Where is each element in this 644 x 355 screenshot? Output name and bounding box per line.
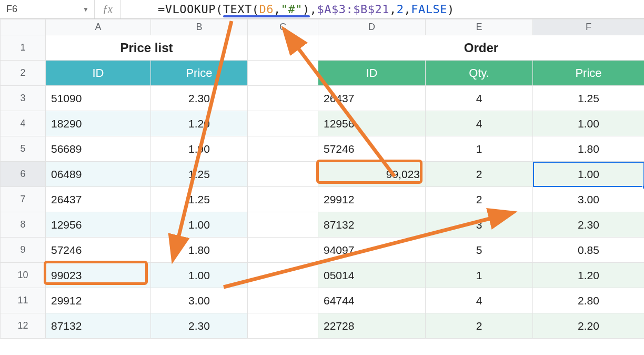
row-header-10[interactable]: 10 (1, 263, 46, 288)
row-header-9[interactable]: 9 (1, 238, 46, 263)
cell-C9[interactable] (248, 238, 318, 263)
cell-D6[interactable]: 99,023 (318, 162, 426, 187)
spreadsheet-grid[interactable]: A B C D E F 1 Price list Order 2 ID Pric… (0, 19, 644, 339)
cell-A9[interactable]: 57246 (46, 238, 151, 263)
cell-C11[interactable] (248, 288, 318, 313)
cell-B4[interactable]: 1.20 (151, 111, 248, 136)
col-header-B[interactable]: B (151, 19, 248, 35)
cell-E3[interactable]: 4 (426, 86, 533, 111)
cell-C6[interactable] (248, 162, 318, 187)
cell-E10[interactable]: 1 (426, 263, 533, 288)
cell-C10[interactable] (248, 263, 318, 288)
table-row: 2 ID Price ID Qty. Price (1, 61, 645, 86)
cell-A6[interactable]: 06489 (46, 162, 151, 187)
table-row: 10990231.000501411.20 (1, 263, 645, 288)
row-header-1[interactable]: 1 (1, 35, 46, 61)
cell-A12[interactable]: 87132 (46, 313, 151, 339)
cell-A7[interactable]: 26437 (46, 187, 151, 212)
col-header-F[interactable]: F (533, 19, 645, 35)
chevron-down-icon[interactable]: ▼ (83, 6, 89, 13)
col-header-A[interactable]: A (46, 19, 151, 35)
formula-input[interactable]: =VLOOKUP(TEXT(D6,"#"),$A$3:$B$21,2,FALSE… (121, 0, 644, 18)
cell-B3[interactable]: 2.30 (151, 86, 248, 111)
cell-A3[interactable]: 51090 (46, 86, 151, 111)
cell-E8[interactable]: 3 (426, 212, 533, 238)
cell-E9[interactable]: 5 (426, 238, 533, 263)
row-header-3[interactable]: 3 (1, 86, 46, 111)
cell-B11[interactable]: 3.00 (151, 288, 248, 313)
cell-F6[interactable]: 1.00 (533, 162, 645, 187)
cell-F9[interactable]: 0.85 (533, 238, 645, 263)
formula-bar: F6 ▼ ƒx =VLOOKUP(TEXT(D6,"#"),$A$3:$B$21… (0, 0, 644, 19)
cell-B7[interactable]: 1.25 (151, 187, 248, 212)
cell-D5[interactable]: 57246 (318, 136, 426, 162)
cell-F10[interactable]: 1.20 (533, 263, 645, 288)
cell-C5[interactable] (248, 136, 318, 162)
cell-D11[interactable]: 64744 (318, 288, 426, 313)
cell-D12[interactable]: 22728 (318, 313, 426, 339)
hdr-id-left[interactable]: ID (46, 61, 151, 86)
cell-A8[interactable]: 12956 (46, 212, 151, 238)
cell-B9[interactable]: 1.80 (151, 238, 248, 263)
hdr-qty[interactable]: Qty. (426, 61, 533, 86)
cell-E5[interactable]: 1 (426, 136, 533, 162)
table-row: 7264371.252991223.00 (1, 187, 645, 212)
cell-E12[interactable]: 2 (426, 313, 533, 339)
cell-C7[interactable] (248, 187, 318, 212)
cell-C12[interactable] (248, 313, 318, 339)
fx-icon[interactable]: ƒx (95, 0, 121, 18)
hdr-price-left[interactable]: Price (151, 61, 248, 86)
cell-E4[interactable]: 4 (426, 111, 533, 136)
cell-D7[interactable]: 29912 (318, 187, 426, 212)
cell-F11[interactable]: 2.80 (533, 288, 645, 313)
hdr-id-right[interactable]: ID (318, 61, 426, 86)
row-header-5[interactable]: 5 (1, 136, 46, 162)
cell-F8[interactable]: 2.30 (533, 212, 645, 238)
name-box-value: F6 (6, 4, 17, 15)
cell-E7[interactable]: 2 (426, 187, 533, 212)
col-header-E[interactable]: E (426, 19, 533, 35)
row-header-6[interactable]: 6 (1, 162, 46, 187)
row-header-4[interactable]: 4 (1, 111, 46, 136)
cell-E11[interactable]: 4 (426, 288, 533, 313)
cell-D4[interactable]: 12956 (318, 111, 426, 136)
cell-D3[interactable]: 26437 (318, 86, 426, 111)
row-header-8[interactable]: 8 (1, 212, 46, 238)
cell-B10[interactable]: 1.00 (151, 263, 248, 288)
cell-C3[interactable] (248, 86, 318, 111)
cell[interactable] (248, 61, 318, 86)
cell-D9[interactable]: 94097 (318, 238, 426, 263)
cell-F7[interactable]: 3.00 (533, 187, 645, 212)
row-header-2[interactable]: 2 (1, 61, 46, 86)
cell-E6[interactable]: 2 (426, 162, 533, 187)
hdr-price-right[interactable]: Price (533, 61, 645, 86)
cell-B5[interactable]: 1.90 (151, 136, 248, 162)
row-header-7[interactable]: 7 (1, 187, 46, 212)
cell-C4[interactable] (248, 111, 318, 136)
row-header-11[interactable]: 11 (1, 288, 46, 313)
row-header-12[interactable]: 12 (1, 313, 46, 339)
col-header-C[interactable]: C (248, 19, 318, 35)
table-row: 4182901.201295641.00 (1, 111, 645, 136)
cell-F12[interactable]: 2.20 (533, 313, 645, 339)
cell-A5[interactable]: 56689 (46, 136, 151, 162)
cell-B6[interactable]: 1.25 (151, 162, 248, 187)
cell-A11[interactable]: 29912 (46, 288, 151, 313)
name-box[interactable]: F6 ▼ (0, 0, 95, 18)
cell-A10[interactable]: 99023 (46, 263, 151, 288)
cell-F5[interactable]: 1.80 (533, 136, 645, 162)
cell-A4[interactable]: 18290 (46, 111, 151, 136)
cell-D8[interactable]: 87132 (318, 212, 426, 238)
cell-C8[interactable] (248, 212, 318, 238)
cell-F3[interactable]: 1.25 (533, 86, 645, 111)
col-header-D[interactable]: D (318, 19, 426, 35)
cell-F4[interactable]: 1.00 (533, 111, 645, 136)
cell[interactable] (248, 35, 318, 61)
title-price-list[interactable]: Price list (46, 35, 248, 61)
cell-B8[interactable]: 1.00 (151, 212, 248, 238)
title-order[interactable]: Order (318, 35, 645, 61)
cell-D10[interactable]: 05014 (318, 263, 426, 288)
select-all-corner[interactable] (1, 19, 46, 35)
table-row: 6064891.2599,02321.00 (1, 162, 645, 187)
cell-B12[interactable]: 2.30 (151, 313, 248, 339)
